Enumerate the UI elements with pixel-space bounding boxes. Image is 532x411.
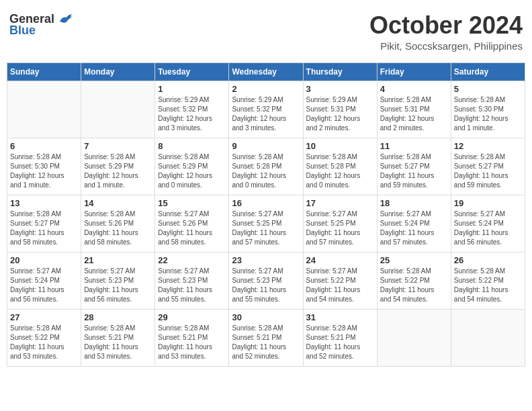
day-detail: Sunrise: 5:28 AM Sunset: 5:21 PM Dayligh… [158,324,226,361]
day-number: 17 [306,198,374,208]
weekday-header-friday: Friday [377,62,451,81]
day-detail: Sunrise: 5:27 AM Sunset: 5:25 PM Dayligh… [306,210,374,247]
day-number: 14 [84,198,152,208]
calendar-cell: 12Sunrise: 5:28 AM Sunset: 5:27 PM Dayli… [451,138,525,195]
day-number: 15 [158,198,226,208]
day-number: 5 [454,84,522,94]
calendar-cell: 2Sunrise: 5:29 AM Sunset: 5:32 PM Daylig… [229,81,303,138]
day-detail: Sunrise: 5:27 AM Sunset: 5:25 PM Dayligh… [232,210,300,247]
calendar-cell: 17Sunrise: 5:27 AM Sunset: 5:25 PM Dayli… [303,195,377,252]
day-number: 20 [10,255,78,265]
weekday-header-saturday: Saturday [451,62,525,81]
calendar-cell [451,309,525,366]
calendar-week-row: 20Sunrise: 5:27 AM Sunset: 5:24 PM Dayli… [7,252,525,309]
day-number: 23 [232,255,300,265]
logo-bird-icon [57,13,72,26]
day-number: 21 [84,255,152,265]
calendar-cell: 13Sunrise: 5:28 AM Sunset: 5:27 PM Dayli… [7,195,81,252]
calendar-cell [7,81,81,138]
calendar-cell: 29Sunrise: 5:28 AM Sunset: 5:21 PM Dayli… [155,309,229,366]
day-detail: Sunrise: 5:27 AM Sunset: 5:26 PM Dayligh… [158,210,226,247]
day-detail: Sunrise: 5:29 AM Sunset: 5:32 PM Dayligh… [232,95,300,133]
day-detail: Sunrise: 5:28 AM Sunset: 5:27 PM Dayligh… [454,152,522,190]
calendar-cell: 7Sunrise: 5:28 AM Sunset: 5:29 PM Daylig… [81,138,155,195]
day-detail: Sunrise: 5:28 AM Sunset: 5:29 PM Dayligh… [158,152,226,190]
calendar-table: SundayMondayTuesdayWednesdayThursdayFrid… [7,62,525,367]
calendar-cell: 21Sunrise: 5:27 AM Sunset: 5:23 PM Dayli… [81,252,155,309]
calendar-cell [81,81,155,138]
calendar-week-row: 6Sunrise: 5:28 AM Sunset: 5:30 PM Daylig… [7,138,525,195]
calendar-cell: 9Sunrise: 5:28 AM Sunset: 5:28 PM Daylig… [229,138,303,195]
calendar-cell: 23Sunrise: 5:27 AM Sunset: 5:23 PM Dayli… [229,252,303,309]
day-detail: Sunrise: 5:27 AM Sunset: 5:24 PM Dayligh… [454,210,522,247]
day-number: 18 [380,198,448,208]
calendar-cell: 1Sunrise: 5:29 AM Sunset: 5:32 PM Daylig… [155,81,229,138]
day-number: 12 [454,141,522,151]
calendar-cell: 25Sunrise: 5:28 AM Sunset: 5:22 PM Dayli… [377,252,451,309]
day-number: 10 [306,141,374,151]
month-title: October 2024 [369,12,523,39]
calendar-cell: 11Sunrise: 5:28 AM Sunset: 5:27 PM Dayli… [377,138,451,195]
calendar-cell: 27Sunrise: 5:28 AM Sunset: 5:22 PM Dayli… [7,309,81,366]
calendar-cell: 5Sunrise: 5:28 AM Sunset: 5:30 PM Daylig… [451,81,525,138]
weekday-header-monday: Monday [81,62,155,81]
day-number: 3 [306,84,374,94]
calendar-cell: 30Sunrise: 5:28 AM Sunset: 5:21 PM Dayli… [229,309,303,366]
weekday-header-tuesday: Tuesday [155,62,229,81]
day-detail: Sunrise: 5:28 AM Sunset: 5:30 PM Dayligh… [10,152,78,190]
calendar-cell: 6Sunrise: 5:28 AM Sunset: 5:30 PM Daylig… [7,138,81,195]
calendar-week-row: 13Sunrise: 5:28 AM Sunset: 5:27 PM Dayli… [7,195,525,252]
calendar-cell: 31Sunrise: 5:28 AM Sunset: 5:21 PM Dayli… [303,309,377,366]
weekday-header-wednesday: Wednesday [229,62,303,81]
weekday-header-row: SundayMondayTuesdayWednesdayThursdayFrid… [7,62,525,81]
day-detail: Sunrise: 5:28 AM Sunset: 5:27 PM Dayligh… [380,152,448,190]
day-detail: Sunrise: 5:27 AM Sunset: 5:23 PM Dayligh… [232,267,300,304]
day-number: 30 [232,312,300,322]
page-header: General Blue October 2024 Pikit, Soccsks… [7,7,525,57]
day-number: 16 [232,198,300,208]
day-detail: Sunrise: 5:28 AM Sunset: 5:21 PM Dayligh… [84,324,152,361]
calendar-cell [377,309,451,366]
day-number: 27 [10,312,78,322]
day-detail: Sunrise: 5:28 AM Sunset: 5:31 PM Dayligh… [380,95,448,133]
day-detail: Sunrise: 5:28 AM Sunset: 5:30 PM Dayligh… [454,95,522,133]
calendar-cell: 26Sunrise: 5:28 AM Sunset: 5:22 PM Dayli… [451,252,525,309]
day-detail: Sunrise: 5:28 AM Sunset: 5:27 PM Dayligh… [10,210,78,247]
calendar-cell: 19Sunrise: 5:27 AM Sunset: 5:24 PM Dayli… [451,195,525,252]
logo: General Blue [9,12,72,38]
day-detail: Sunrise: 5:28 AM Sunset: 5:29 PM Dayligh… [84,152,152,190]
calendar-week-row: 27Sunrise: 5:28 AM Sunset: 5:22 PM Dayli… [7,309,525,366]
weekday-header-thursday: Thursday [303,62,377,81]
day-number: 29 [158,312,226,322]
day-detail: Sunrise: 5:28 AM Sunset: 5:22 PM Dayligh… [454,267,522,304]
day-number: 6 [10,141,78,151]
day-detail: Sunrise: 5:27 AM Sunset: 5:23 PM Dayligh… [158,267,226,304]
logo-blue: Blue [9,24,36,38]
day-number: 31 [306,312,374,322]
day-detail: Sunrise: 5:28 AM Sunset: 5:26 PM Dayligh… [84,210,152,247]
day-number: 24 [306,255,374,265]
calendar-cell: 24Sunrise: 5:27 AM Sunset: 5:22 PM Dayli… [303,252,377,309]
day-number: 25 [380,255,448,265]
day-detail: Sunrise: 5:29 AM Sunset: 5:32 PM Dayligh… [158,95,226,133]
calendar-cell: 10Sunrise: 5:28 AM Sunset: 5:28 PM Dayli… [303,138,377,195]
day-number: 22 [158,255,226,265]
day-detail: Sunrise: 5:27 AM Sunset: 5:24 PM Dayligh… [10,267,78,304]
day-detail: Sunrise: 5:28 AM Sunset: 5:28 PM Dayligh… [306,152,374,190]
calendar-cell: 15Sunrise: 5:27 AM Sunset: 5:26 PM Dayli… [155,195,229,252]
calendar-cell: 16Sunrise: 5:27 AM Sunset: 5:25 PM Dayli… [229,195,303,252]
day-detail: Sunrise: 5:28 AM Sunset: 5:22 PM Dayligh… [380,267,448,304]
weekday-header-sunday: Sunday [7,62,81,81]
day-number: 13 [10,198,78,208]
day-number: 4 [380,84,448,94]
day-detail: Sunrise: 5:28 AM Sunset: 5:22 PM Dayligh… [10,324,78,361]
calendar-cell: 22Sunrise: 5:27 AM Sunset: 5:23 PM Dayli… [155,252,229,309]
day-number: 8 [158,141,226,151]
day-detail: Sunrise: 5:28 AM Sunset: 5:28 PM Dayligh… [232,152,300,190]
day-number: 1 [158,84,226,94]
calendar-cell: 3Sunrise: 5:29 AM Sunset: 5:31 PM Daylig… [303,81,377,138]
day-number: 9 [232,141,300,151]
calendar-cell: 18Sunrise: 5:27 AM Sunset: 5:24 PM Dayli… [377,195,451,252]
calendar-cell: 28Sunrise: 5:28 AM Sunset: 5:21 PM Dayli… [81,309,155,366]
day-detail: Sunrise: 5:29 AM Sunset: 5:31 PM Dayligh… [306,95,374,133]
